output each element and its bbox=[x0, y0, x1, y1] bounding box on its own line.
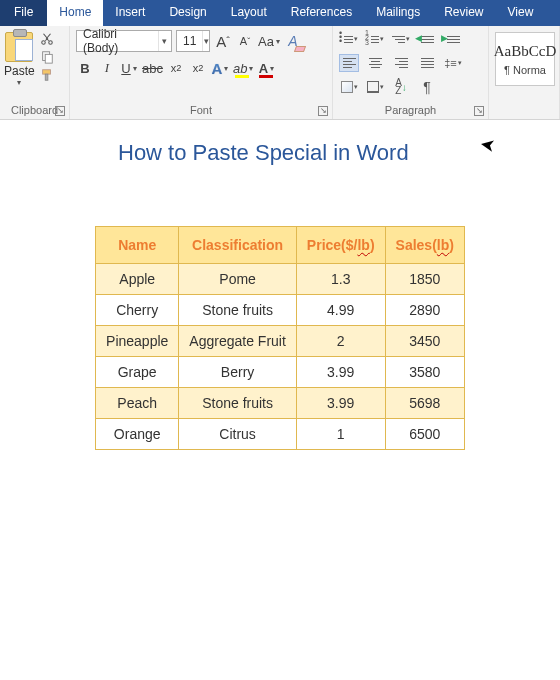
table-header-cell: Classification bbox=[179, 227, 297, 264]
shrink-font-button[interactable]: Aˇ bbox=[236, 31, 254, 51]
multilevel-list-button[interactable]: ▾ bbox=[391, 30, 411, 48]
tab-design[interactable]: Design bbox=[157, 0, 218, 26]
decrease-indent-button[interactable]: ◀ bbox=[417, 30, 437, 48]
tab-references[interactable]: References bbox=[279, 0, 364, 26]
svg-rect-5 bbox=[45, 74, 48, 80]
chevron-down-icon[interactable]: ▾ bbox=[202, 31, 209, 51]
svg-rect-4 bbox=[42, 70, 50, 74]
table-row: GrapeBerry3.993580 bbox=[96, 357, 465, 388]
paste-label: Paste bbox=[4, 64, 35, 78]
table-cell: 4.99 bbox=[296, 295, 385, 326]
font-size-value: 11 bbox=[177, 34, 202, 48]
paragraph-launcher[interactable]: ↘ bbox=[474, 106, 484, 116]
tab-insert[interactable]: Insert bbox=[103, 0, 157, 26]
table-cell: Pineapple bbox=[96, 326, 179, 357]
copy-icon bbox=[40, 50, 54, 64]
increase-indent-button[interactable]: ▶ bbox=[443, 30, 463, 48]
highlight-button[interactable]: ab▾ bbox=[233, 58, 253, 78]
superscript-button[interactable]: x2 bbox=[189, 58, 207, 78]
table-cell: 3.99 bbox=[296, 388, 385, 419]
ribbon: Paste ▾ Clipboard ↘ Calibri bbox=[0, 26, 560, 120]
italic-button[interactable]: I bbox=[98, 58, 116, 78]
align-left-button[interactable] bbox=[339, 54, 359, 72]
paste-dropdown-icon[interactable]: ▾ bbox=[17, 78, 21, 87]
table-cell: 2 bbox=[296, 326, 385, 357]
tab-view[interactable]: View bbox=[496, 0, 546, 26]
borders-button[interactable]: ▾ bbox=[365, 78, 385, 96]
svg-point-1 bbox=[48, 41, 52, 45]
table-cell: 1 bbox=[296, 419, 385, 450]
table-cell: 5698 bbox=[385, 388, 464, 419]
font-name-value: Calibri (Body) bbox=[77, 27, 158, 55]
table-cell: Stone fruits bbox=[179, 295, 297, 326]
table-cell: 3450 bbox=[385, 326, 464, 357]
group-label-paragraph: Paragraph ↘ bbox=[333, 102, 488, 119]
eraser-icon bbox=[294, 46, 306, 52]
line-spacing-button[interactable]: ‡≡▾ bbox=[443, 54, 463, 72]
chevron-down-icon[interactable]: ▾ bbox=[158, 31, 171, 51]
cut-button[interactable] bbox=[39, 32, 55, 46]
strikethrough-button[interactable]: abc bbox=[142, 58, 163, 78]
tab-file[interactable]: File bbox=[0, 0, 47, 26]
table-row: OrangeCitrus16500 bbox=[96, 419, 465, 450]
table-header-cell: Price($/lb) bbox=[296, 227, 385, 264]
font-name-combo[interactable]: Calibri (Body) ▾ bbox=[76, 30, 172, 52]
clipboard-launcher[interactable]: ↘ bbox=[55, 106, 65, 116]
table-cell: Pome bbox=[179, 264, 297, 295]
data-table: NameClassificationPrice($/lb)Sales(lb) A… bbox=[95, 226, 465, 450]
grow-font-button[interactable]: Aˆ bbox=[214, 31, 232, 51]
font-launcher[interactable]: ↘ bbox=[318, 106, 328, 116]
table-cell: 1.3 bbox=[296, 264, 385, 295]
tab-review[interactable]: Review bbox=[432, 0, 495, 26]
group-font: Calibri (Body) ▾ 11 ▾ Aˆ Aˇ Aa▾ A B I U▾… bbox=[70, 26, 333, 119]
style-sample: AaBbCcD bbox=[494, 43, 557, 60]
shading-button[interactable]: ▾ bbox=[339, 78, 359, 96]
format-painter-icon bbox=[40, 68, 54, 82]
copy-button[interactable] bbox=[39, 50, 55, 64]
table-cell: 6500 bbox=[385, 419, 464, 450]
align-center-button[interactable] bbox=[365, 54, 385, 72]
text-effects-button[interactable]: A▾ bbox=[211, 58, 229, 78]
table-cell: Cherry bbox=[96, 295, 179, 326]
justify-button[interactable] bbox=[417, 54, 437, 72]
bullets-button[interactable]: •••▾ bbox=[339, 30, 359, 48]
table-row: PineappleAggregate Fruit23450 bbox=[96, 326, 465, 357]
group-styles: AaBbCcD ¶ Norma bbox=[489, 26, 560, 119]
table-cell: Orange bbox=[96, 419, 179, 450]
font-size-combo[interactable]: 11 ▾ bbox=[176, 30, 210, 52]
tab-layout[interactable]: Layout bbox=[219, 0, 279, 26]
table-cell: Stone fruits bbox=[179, 388, 297, 419]
change-case-button[interactable]: Aa▾ bbox=[258, 31, 280, 51]
table-cell: Aggregate Fruit bbox=[179, 326, 297, 357]
subscript-button[interactable]: x2 bbox=[167, 58, 185, 78]
numbering-button[interactable]: 123▾ bbox=[365, 30, 385, 48]
tab-home[interactable]: Home bbox=[47, 0, 103, 26]
table-cell: 3.99 bbox=[296, 357, 385, 388]
table-cell: 1850 bbox=[385, 264, 464, 295]
table-cell: 2890 bbox=[385, 295, 464, 326]
group-paragraph: •••▾ 123▾ ▾ ◀ ▶ ‡≡▾ ▾ ▾ AZ↓ ¶ Paragraph … bbox=[333, 26, 489, 119]
show-marks-button[interactable]: ¶ bbox=[417, 78, 437, 96]
svg-point-0 bbox=[41, 41, 45, 45]
group-clipboard: Paste ▾ Clipboard ↘ bbox=[0, 26, 70, 119]
style-normal[interactable]: AaBbCcD ¶ Norma bbox=[495, 32, 555, 86]
document-area[interactable]: ➤ How to Paste Special in Word NameClass… bbox=[0, 120, 560, 680]
table-cell: Peach bbox=[96, 388, 179, 419]
paste-icon bbox=[5, 32, 33, 62]
table-cell: Citrus bbox=[179, 419, 297, 450]
table-header-cell: Name bbox=[96, 227, 179, 264]
scissors-icon bbox=[40, 32, 54, 46]
table-cell: Grape bbox=[96, 357, 179, 388]
style-name: ¶ Norma bbox=[504, 64, 546, 76]
svg-rect-3 bbox=[45, 54, 52, 63]
paste-button[interactable]: Paste ▾ bbox=[0, 26, 39, 87]
align-right-button[interactable] bbox=[391, 54, 411, 72]
font-color-button[interactable]: A▾ bbox=[257, 58, 275, 78]
bold-button[interactable]: B bbox=[76, 58, 94, 78]
format-painter-button[interactable] bbox=[39, 68, 55, 82]
tab-mailings[interactable]: Mailings bbox=[364, 0, 432, 26]
table-row: PeachStone fruits3.995698 bbox=[96, 388, 465, 419]
clear-formatting-button[interactable]: A bbox=[284, 31, 302, 51]
sort-button[interactable]: AZ↓ bbox=[391, 78, 411, 96]
underline-button[interactable]: U▾ bbox=[120, 58, 138, 78]
